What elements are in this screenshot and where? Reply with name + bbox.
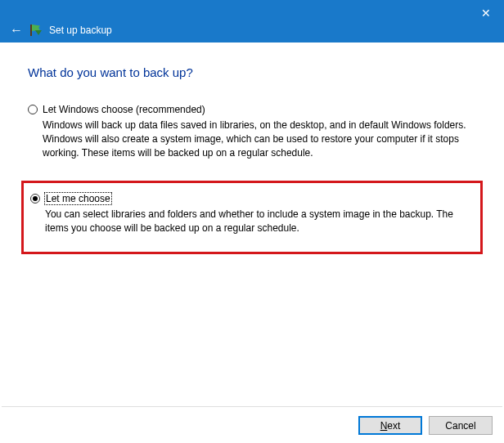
wizard-content: What do you want to back up? Let Windows… <box>0 43 504 254</box>
radio-label: Let Windows choose (recommended) <box>43 104 205 115</box>
page-heading: What do you want to back up? <box>28 65 476 79</box>
back-arrow-icon[interactable]: ← <box>10 23 23 38</box>
radio-windows-choose[interactable]: Let Windows choose (recommended) <box>28 104 476 115</box>
backup-flag-icon <box>29 24 43 37</box>
radio-icon <box>28 105 38 114</box>
radio-label: Let me choose <box>45 193 111 204</box>
option-let-me-choose: Let me choose You can select libraries a… <box>30 191 474 237</box>
next-button[interactable]: Next <box>358 416 422 435</box>
cancel-button[interactable]: Cancel <box>429 416 493 435</box>
window-titlebar: ✕ ← Set up backup <box>0 0 504 43</box>
radio-let-me-choose[interactable]: Let me choose <box>30 193 474 204</box>
wizard-footer: Next Cancel <box>358 416 493 435</box>
footer-divider <box>2 406 502 407</box>
window-title: Set up backup <box>49 25 112 36</box>
radio-icon <box>30 194 40 204</box>
close-icon[interactable]: ✕ <box>481 7 491 20</box>
annotation-highlight: Let me choose You can select libraries a… <box>21 181 483 254</box>
option-description: Windows will back up data files saved in… <box>43 119 468 159</box>
option-windows-choose: Let Windows choose (recommended) Windows… <box>28 102 476 161</box>
option-description: You can select libraries and folders and… <box>45 208 470 235</box>
